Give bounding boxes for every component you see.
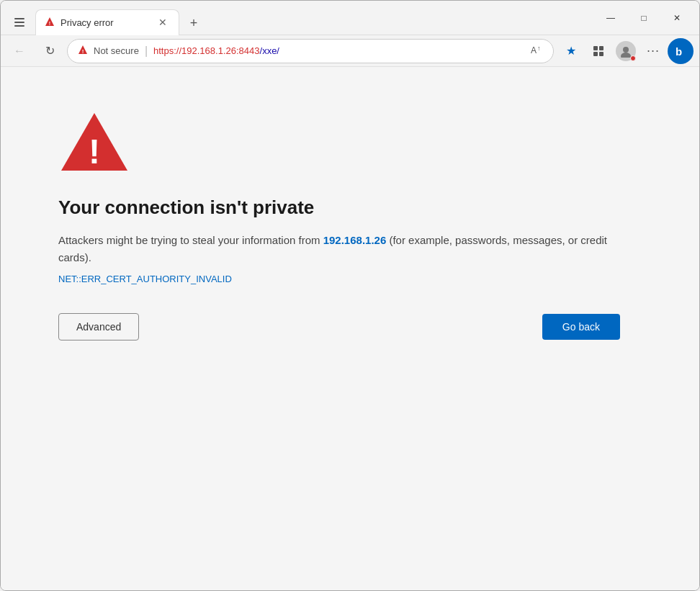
url-separator: | (145, 45, 148, 58)
collections-button[interactable] (585, 38, 611, 64)
star-icon: ★ (566, 44, 576, 58)
svg-rect-12 (599, 52, 603, 56)
url-host: 192.168.1.26 (181, 45, 236, 56)
refresh-button[interactable]: ↻ (37, 38, 63, 64)
nav-bar: ← ↻ ! Not secure | https://192.168.1.26:… (1, 35, 699, 67)
url-https: https:// (153, 45, 181, 56)
avatar (616, 41, 636, 61)
active-tab[interactable]: ! Privacy error ✕ (35, 9, 179, 35)
address-bar[interactable]: ! Not secure | https://192.168.1.26:8443… (67, 39, 554, 63)
read-aloud-button[interactable]: A ↑ (530, 43, 543, 58)
error-description: Attackers might be trying to steal your … (58, 232, 620, 266)
minimize-button[interactable]: — (594, 5, 627, 31)
svg-text:A: A (531, 45, 537, 55)
svg-point-13 (623, 47, 629, 53)
maximize-button[interactable]: □ (627, 5, 660, 31)
url-path: /xxe/ (260, 45, 279, 56)
svg-rect-2 (14, 25, 24, 27)
url-port: :8443 (236, 45, 260, 56)
svg-rect-0 (14, 18, 24, 19)
go-back-button[interactable]: Go back (542, 314, 620, 340)
description-link: 192.168.1.26 (323, 234, 387, 246)
bing-button[interactable]: b (668, 38, 694, 64)
security-warning-icon: ! (78, 45, 88, 57)
svg-text:↑: ↑ (537, 45, 541, 52)
description-text-1: Attackers might be trying to steal your … (58, 234, 323, 246)
advanced-button[interactable]: Advanced (58, 313, 139, 340)
page-content: ! Your connection isn't private Attacker… (1, 67, 699, 590)
close-button[interactable]: ✕ (660, 5, 694, 31)
profile-button[interactable] (613, 38, 639, 64)
tab-favicon-icon: ! (45, 17, 55, 29)
button-row: Advanced Go back (58, 313, 620, 340)
favorites-button[interactable]: ★ (558, 38, 584, 64)
svg-text:!: ! (49, 21, 50, 26)
nav-right-icons: ★ ··· (558, 38, 694, 64)
svg-rect-9 (593, 46, 598, 50)
svg-text:!: ! (82, 48, 84, 55)
tab-close-button[interactable]: ✕ (156, 15, 170, 30)
svg-text:b: b (676, 45, 682, 58)
tab-title: Privacy error (60, 17, 150, 28)
svg-rect-11 (593, 52, 598, 56)
url-display: https://192.168.1.26:8443/xxe/ (153, 45, 279, 56)
svg-rect-10 (599, 46, 603, 50)
error-code: NET::ERR_CERT_AUTHORITY_INVALID (58, 274, 642, 284)
back-button[interactable]: ← (6, 38, 32, 64)
warning-triangle: ! (58, 110, 642, 176)
svg-text:!: ! (89, 132, 100, 171)
not-secure-label: Not secure (94, 45, 139, 56)
error-title: Your connection isn't private (58, 197, 642, 219)
sidebar-toggle-button[interactable] (6, 9, 32, 35)
window-controls: — □ ✕ (594, 5, 694, 31)
browser-window: ! Privacy error ✕ + — □ ✕ ← ↻ ! N (0, 0, 700, 591)
new-tab-button[interactable]: + (182, 12, 205, 35)
avatar-notification-dot (630, 55, 636, 61)
title-bar: ! Privacy error ✕ + — □ ✕ (1, 1, 699, 35)
svg-rect-1 (14, 22, 24, 23)
more-tools-button[interactable]: ··· (640, 38, 666, 64)
tab-bar: ! Privacy error ✕ + (6, 1, 594, 35)
svg-point-14 (621, 53, 631, 58)
